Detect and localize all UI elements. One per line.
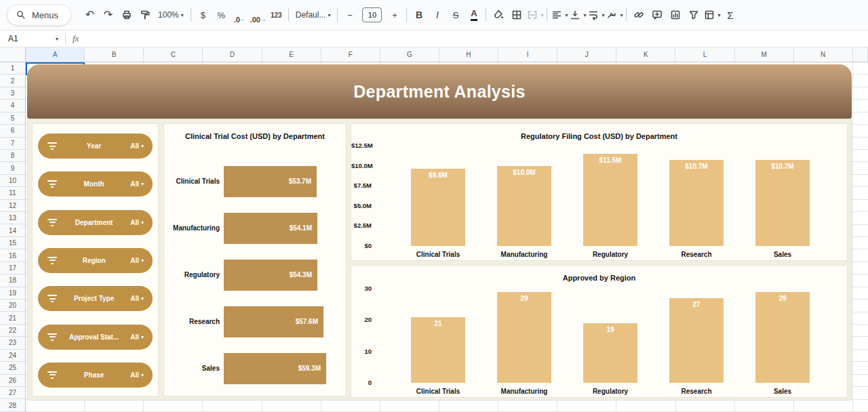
text-wrapping-button[interactable]: ▾: [587, 6, 605, 24]
column-header-G[interactable]: G: [380, 47, 439, 62]
row-header-18[interactable]: 18: [0, 274, 25, 287]
font-size-input[interactable]: 10: [362, 7, 382, 22]
column-header-D[interactable]: D: [203, 47, 262, 62]
italic-button[interactable]: I: [428, 6, 446, 24]
name-box[interactable]: A1 ▾: [0, 34, 58, 43]
row-header-5[interactable]: 5: [0, 112, 25, 125]
row-header-24[interactable]: 24: [0, 350, 25, 362]
chart-panel-regulatory-filing-cost[interactable]: Regulatory Filing Cost (USD) by Departme…: [351, 123, 848, 261]
column-header-B[interactable]: B: [85, 47, 144, 62]
filter-month[interactable]: MonthAll ▾: [38, 171, 153, 197]
insert-comment-button[interactable]: [648, 6, 666, 24]
filter-value-dropdown[interactable]: All ▾: [130, 219, 144, 226]
horizontal-align-button[interactable]: ▾: [550, 6, 568, 24]
chart-panel-clinical-trial-cost[interactable]: Clinical Trial Cost (USD) by Department …: [163, 123, 347, 396]
row-header-21[interactable]: 21: [0, 312, 25, 324]
filter-value-dropdown[interactable]: All ▾: [130, 257, 144, 264]
row-header-22[interactable]: 22: [0, 325, 25, 337]
filter-region[interactable]: RegionAll ▾: [38, 248, 153, 273]
bold-icon: B: [416, 9, 422, 20]
redo-button[interactable]: ↷: [99, 6, 117, 24]
filter-value-dropdown[interactable]: All ▾: [130, 371, 144, 379]
row-header-25[interactable]: 25: [0, 362, 25, 374]
insert-chart-button[interactable]: [666, 6, 684, 24]
print-button[interactable]: [117, 6, 136, 24]
insert-link-button[interactable]: [629, 6, 648, 24]
column-header-K[interactable]: K: [616, 47, 675, 62]
menus-search[interactable]: Menus: [7, 4, 71, 26]
format-currency-button[interactable]: $: [194, 6, 212, 24]
zoom-select[interactable]: 100% ▾: [154, 6, 188, 24]
filter-value-dropdown[interactable]: All ▾: [130, 180, 144, 188]
increase-font-size-button[interactable]: +: [385, 6, 403, 24]
functions-button[interactable]: Σ: [721, 6, 739, 24]
text-rotation-button[interactable]: A ▾: [605, 6, 623, 24]
filter-approval-stat-[interactable]: Approval Stat...All ▾: [38, 325, 153, 350]
bold-button[interactable]: B: [410, 6, 428, 24]
column-header-N[interactable]: N: [794, 47, 853, 62]
row-header-26[interactable]: 26: [0, 375, 25, 387]
filter-phase[interactable]: PhaseAll ▾: [38, 363, 153, 388]
row-header-17[interactable]: 17: [0, 262, 25, 274]
filter-value-dropdown[interactable]: All ▾: [130, 142, 144, 150]
row-header-10[interactable]: 10: [0, 175, 25, 187]
row-header-16[interactable]: 16: [0, 249, 25, 262]
select-all-corner[interactable]: [0, 47, 26, 62]
menus-label: Menus: [32, 10, 58, 20]
column-header-F[interactable]: F: [321, 47, 380, 62]
fill-color-button[interactable]: [489, 6, 507, 24]
row-header-28[interactable]: 28: [0, 399, 25, 411]
row-header-19[interactable]: 19: [0, 287, 25, 300]
create-filter-button[interactable]: [684, 6, 703, 24]
paint-format-button[interactable]: [136, 6, 154, 24]
column-header-C[interactable]: C: [144, 47, 203, 62]
column-header-L[interactable]: L: [675, 47, 734, 62]
vertical-align-button[interactable]: ▾: [568, 6, 587, 24]
row-header-14[interactable]: 14: [0, 224, 25, 236]
row-header-13[interactable]: 13: [0, 212, 25, 224]
spreadsheet-grid[interactable]: Department Analysis YearAll ▾MonthAll ▾D…: [26, 62, 868, 412]
filter-year[interactable]: YearAll ▾: [38, 133, 153, 159]
more-formats-button[interactable]: 123: [267, 6, 285, 24]
row-header-4[interactable]: 4: [0, 100, 25, 112]
filter-department[interactable]: DepartmentAll ▾: [38, 210, 153, 235]
column-header-partial[interactable]: [853, 47, 868, 62]
row-header-1[interactable]: 1: [0, 62, 25, 75]
column-header-H[interactable]: H: [439, 47, 498, 62]
strikethrough-button[interactable]: S: [446, 6, 465, 24]
borders-button[interactable]: [507, 6, 526, 24]
row-header-7[interactable]: 7: [0, 138, 25, 150]
filter-value-dropdown[interactable]: All ▾: [130, 333, 144, 341]
dashboard-banner[interactable]: Department Analysis: [27, 64, 852, 119]
row-header-9[interactable]: 9: [0, 162, 25, 174]
row-header-3[interactable]: 3: [0, 87, 25, 100]
decrease-font-size-button[interactable]: −: [340, 6, 359, 24]
row-header-23[interactable]: 23: [0, 337, 25, 349]
merge-cells-button[interactable]: ▾: [526, 6, 544, 24]
undo-button[interactable]: ↶: [81, 6, 99, 24]
increase-decimal-places-button[interactable]: .00 →: [249, 6, 267, 24]
filter-value-dropdown[interactable]: All ▾: [130, 295, 144, 302]
row-header-12[interactable]: 12: [0, 200, 25, 212]
row-header-11[interactable]: 11: [0, 187, 25, 199]
row-header-20[interactable]: 20: [0, 300, 25, 312]
row-header-8[interactable]: 8: [0, 150, 25, 162]
table-button[interactable]: ▾: [703, 6, 721, 24]
column-header-A[interactable]: A: [26, 47, 85, 62]
row-header-15[interactable]: 15: [0, 237, 25, 249]
decrease-decimal-places-button[interactable]: .0 ←: [231, 6, 249, 24]
column-header-E[interactable]: E: [262, 47, 321, 62]
bar: 29: [497, 292, 551, 383]
row-header-6[interactable]: 6: [0, 125, 25, 137]
column-header-J[interactable]: J: [557, 47, 616, 62]
column-header-M[interactable]: M: [735, 47, 794, 62]
column-header-I[interactable]: I: [498, 47, 557, 62]
row-header-27[interactable]: 27: [0, 387, 25, 399]
filter-label: Region: [58, 257, 130, 264]
text-color-button[interactable]: A: [465, 6, 483, 24]
font-select[interactable]: Defaul... ▾: [292, 6, 335, 24]
row-header-2[interactable]: 2: [0, 75, 25, 87]
chart-panel-approved-by-region[interactable]: Approved by Region 010203021Clinical Tri…: [351, 265, 848, 398]
filter-project-type[interactable]: Project TypeAll ▾: [38, 286, 153, 311]
format-percent-button[interactable]: %: [212, 6, 231, 24]
